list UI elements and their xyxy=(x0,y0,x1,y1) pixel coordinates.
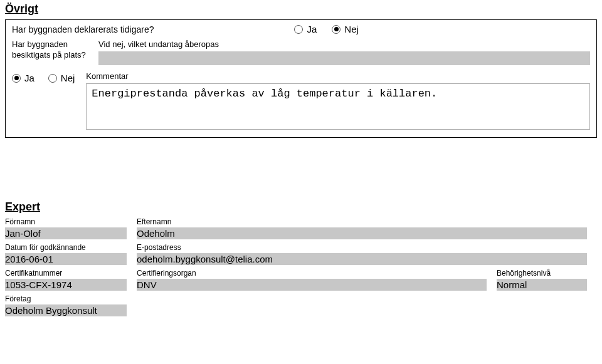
q2-nej-label: Nej xyxy=(61,73,75,83)
niva-value: Normal xyxy=(497,279,587,291)
efternamn-label: Efternamn xyxy=(137,217,587,226)
fornamn-label: Förnamn xyxy=(5,217,127,226)
q1-ja-label: Ja xyxy=(307,24,317,34)
niva-label: Behörighetsnivå xyxy=(497,269,587,278)
undantag-label: Vid nej, vilket undantag åberopas xyxy=(98,39,590,49)
ovrigt-box: Har byggnaden deklarerats tidigare? Ja N… xyxy=(5,19,597,138)
q1-radio-nej[interactable] xyxy=(332,25,341,34)
cert-value: 1053-CFX-1974 xyxy=(5,279,127,291)
q1-nej-label: Nej xyxy=(344,24,359,34)
kommentar-box[interactable]: Energiprestanda påverkas av låg temperat… xyxy=(86,83,590,130)
epost-value: odeholm.byggkonsult@telia.com xyxy=(137,253,587,265)
q1-label: Har byggnaden deklarerats tidigare? xyxy=(12,24,154,34)
kommentar-label: Kommentar xyxy=(86,71,590,81)
ovrigt-title: Övrigt xyxy=(5,3,597,16)
undantag-field[interactable] xyxy=(98,51,590,65)
expert-title: Expert xyxy=(5,200,597,214)
fornamn-value: Jan-Olof xyxy=(5,227,127,239)
q2-radio-nej[interactable] xyxy=(48,74,57,83)
cert-label: Certifikatnummer xyxy=(5,269,127,278)
organ-value: DNV xyxy=(137,279,487,291)
datum-value: 2016-06-01 xyxy=(5,253,127,265)
q1-radio-ja[interactable] xyxy=(294,25,303,34)
foretag-label: Företag xyxy=(5,294,127,303)
q2-label: Har byggnaden besiktigats på plats? xyxy=(12,39,87,61)
datum-label: Datum för godkännande xyxy=(5,243,127,252)
efternamn-value: Odeholm xyxy=(137,227,587,239)
epost-label: E-postadress xyxy=(137,243,587,252)
q2-ja-label: Ja xyxy=(24,73,34,83)
q2-radio-ja[interactable] xyxy=(12,74,21,83)
organ-label: Certifieringsorgan xyxy=(137,269,487,278)
foretag-value: Odeholm Byggkonsult xyxy=(5,304,127,316)
